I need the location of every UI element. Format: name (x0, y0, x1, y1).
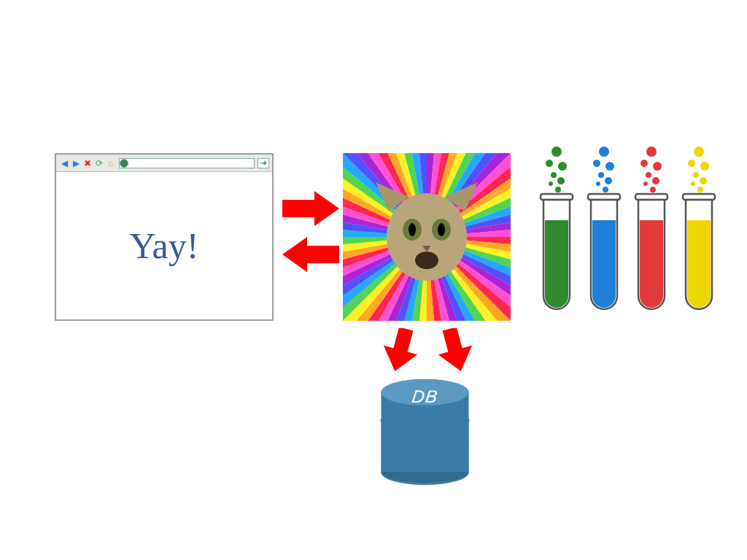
svg-point-97 (557, 177, 565, 184)
svg-point-122 (691, 182, 695, 186)
svg-point-80 (409, 223, 416, 236)
go-icon: ➔ (258, 158, 269, 168)
svg-point-115 (650, 187, 656, 192)
browser-content-text: Yay! (130, 225, 199, 267)
browser-content: Yay! (56, 172, 272, 319)
svg-point-106 (596, 182, 600, 186)
svg-point-117 (694, 147, 704, 157)
svg-point-119 (700, 162, 709, 171)
svg-point-96 (551, 172, 557, 178)
svg-point-98 (549, 182, 553, 186)
arrow-down-right-icon (438, 328, 473, 372)
svg-point-95 (558, 162, 567, 171)
globe-icon (120, 159, 128, 168)
svg-marker-84 (383, 328, 418, 372)
svg-point-94 (546, 160, 553, 167)
test-tubes-group (536, 146, 726, 321)
arrow-left-icon (282, 237, 339, 272)
database-label: DB (378, 386, 471, 407)
svg-point-112 (646, 172, 651, 178)
browser-window: ◀ ▶ ✖ ⟳ ⌂ ➔ Yay! (55, 153, 274, 321)
svg-point-81 (438, 223, 445, 236)
svg-point-99 (555, 187, 561, 192)
address-bar (119, 158, 255, 168)
svg-point-93 (551, 147, 562, 157)
svg-point-82 (415, 252, 438, 269)
test-tube-blue (588, 147, 620, 309)
svg-point-114 (643, 182, 648, 186)
browser-toolbar: ◀ ▶ ✖ ⟳ ⌂ ➔ (56, 155, 272, 172)
arrow-right-icon (282, 191, 339, 226)
svg-point-118 (688, 160, 695, 167)
back-icon: ◀ (59, 158, 69, 168)
svg-point-123 (697, 187, 703, 192)
svg-marker-85 (438, 328, 473, 372)
svg-point-101 (599, 147, 609, 157)
test-tube-green (541, 147, 573, 309)
svg-marker-1 (282, 237, 339, 272)
test-tube-red (635, 147, 667, 309)
psychedelic-cat-image (343, 153, 511, 321)
svg-marker-0 (282, 191, 339, 226)
svg-point-103 (605, 162, 614, 171)
forward-icon: ▶ (71, 158, 81, 168)
arrow-down-left-icon (383, 328, 418, 372)
test-tube-yellow (683, 147, 715, 309)
home-icon: ⌂ (106, 158, 116, 168)
svg-rect-91 (382, 446, 469, 472)
svg-point-111 (653, 162, 662, 171)
refresh-icon: ⟳ (94, 158, 104, 168)
svg-point-104 (598, 172, 604, 178)
svg-point-120 (693, 172, 699, 178)
close-icon: ✖ (82, 158, 93, 168)
svg-point-113 (652, 177, 659, 184)
svg-rect-90 (382, 419, 469, 446)
svg-point-107 (603, 187, 608, 192)
svg-point-102 (593, 160, 600, 167)
svg-point-110 (640, 160, 648, 167)
svg-point-105 (605, 177, 612, 184)
svg-point-109 (646, 147, 657, 157)
svg-point-121 (700, 177, 707, 184)
